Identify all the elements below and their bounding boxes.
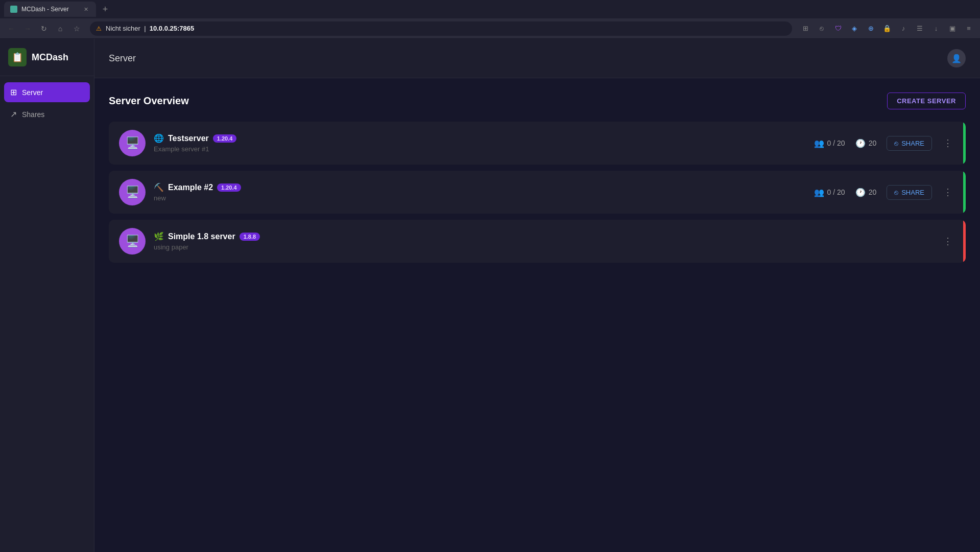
screensaver-icon[interactable]: ☰	[913, 21, 927, 36]
players-icon: 👥	[814, 139, 824, 148]
security-warning-icon: ⚠	[96, 25, 102, 32]
sidebar-item-shares-label: Shares	[22, 110, 44, 119]
players-stat: 👥 0 / 20	[814, 139, 845, 148]
tab-bar: MCDash - Server ✕ +	[0, 0, 980, 18]
server-card-testserver: 🖥️ 🌐 Testserver 1.20.4 Example server #1…	[109, 122, 966, 165]
server-avatar-icon: 🖥️	[126, 136, 139, 150]
version-badge: 1.8.8	[240, 233, 260, 241]
back-button[interactable]: ←	[4, 21, 18, 36]
players-value: 0 / 20	[827, 188, 845, 196]
wallet-icon[interactable]: ◈	[847, 21, 862, 36]
nav-icons-right: ⊞ ⎋ 🛡 ◈ ⊕ 🔒 ♪ ☰ ↓ ▣ ≡	[798, 21, 976, 36]
server-stats-testserver: 👥 0 / 20 🕐 20 ⎋ SHARE	[814, 136, 932, 151]
server-type-icon: ⛏️	[154, 182, 164, 192]
server-name: Simple 1.8 server	[168, 232, 235, 241]
logo-icon: 📋	[8, 48, 27, 66]
server-card-simple18: 🖥️ 🌿 Simple 1.8 server 1.8.8 using paper…	[109, 220, 966, 263]
tab-title: MCDash - Server	[21, 6, 78, 13]
reload-button[interactable]: ↻	[37, 21, 51, 36]
server-name-row: 🌿 Simple 1.8 server 1.8.8	[154, 232, 924, 241]
sidebar-logo: 📋 MCDash	[0, 39, 94, 76]
ram-icon: 🕐	[855, 139, 866, 148]
share-btn-label: SHARE	[901, 189, 924, 196]
brave-shield-icon[interactable]: 🛡	[831, 21, 845, 36]
sidebar-nav: ⊞ Server ↗ Shares	[0, 76, 94, 130]
server-actions-example2: ⋮	[940, 185, 955, 200]
app-layout: 📋 MCDash ⊞ Server ↗ Shares Server 👤	[0, 39, 980, 552]
server-nav-icon: ⊞	[10, 87, 17, 97]
share-button-example2[interactable]: ⎋ SHARE	[887, 185, 932, 200]
shares-nav-icon: ↗	[10, 109, 17, 119]
main-content: Server 👤 Server Overview CREATE SERVER 🖥…	[94, 39, 980, 552]
server-type-icon: 🌐	[154, 133, 164, 143]
sidebar-toggle-icon[interactable]: ▣	[945, 21, 960, 36]
shield2-icon[interactable]: 🔒	[880, 21, 894, 36]
download-icon[interactable]: ↓	[929, 21, 943, 36]
players-value: 0 / 20	[827, 139, 845, 147]
create-server-button[interactable]: CREATE SERVER	[887, 93, 966, 109]
server-info-testserver: 🌐 Testserver 1.20.4 Example server #1	[154, 133, 806, 153]
content-header: Server Overview CREATE SERVER	[109, 93, 966, 109]
tab-favicon	[10, 6, 17, 13]
avatar-icon: 👤	[951, 54, 962, 63]
vpn-icon[interactable]: ⊕	[864, 21, 878, 36]
forward-button[interactable]: →	[20, 21, 35, 36]
status-indicator-example2	[963, 171, 966, 214]
server-name: Example #2	[168, 183, 213, 192]
bookmark-button[interactable]: ☆	[69, 21, 84, 36]
server-avatar-simple18: 🖥️	[119, 228, 146, 255]
server-info-simple18: 🌿 Simple 1.8 server 1.8.8 using paper	[154, 232, 924, 251]
share-nav-icon[interactable]: ⎋	[815, 21, 829, 36]
server-stats-example2: 👥 0 / 20 🕐 20 ⎋ SHARE	[814, 185, 932, 200]
section-title: Server Overview	[109, 95, 189, 107]
more-options-button-testserver[interactable]: ⋮	[940, 135, 955, 151]
share-btn-icon: ⎋	[894, 189, 898, 196]
logo-text: MCDash	[32, 52, 68, 63]
status-indicator-testserver	[963, 122, 966, 165]
ram-value: 20	[869, 139, 877, 147]
server-description: new	[154, 194, 806, 202]
more-options-button-simple18[interactable]: ⋮	[940, 234, 955, 249]
media-icon[interactable]: ♪	[896, 21, 911, 36]
page-title: Server	[109, 53, 136, 64]
ram-icon: 🕐	[855, 188, 866, 197]
user-avatar-button[interactable]: 👤	[947, 49, 966, 67]
address-bar[interactable]: ⚠ Nicht sicher | 10.0.0.25:7865	[90, 21, 792, 36]
page-header: Server 👤	[94, 39, 980, 78]
server-avatar-testserver: 🖥️	[119, 130, 146, 156]
server-name-row: 🌐 Testserver 1.20.4	[154, 133, 806, 143]
server-info-example2: ⛏️ Example #2 1.20.4 new	[154, 182, 806, 202]
sidebar: 📋 MCDash ⊞ Server ↗ Shares	[0, 39, 94, 552]
server-avatar-icon: 🖥️	[126, 186, 139, 199]
players-stat: 👥 0 / 20	[814, 188, 845, 197]
server-name-row: ⛏️ Example #2 1.20.4	[154, 182, 806, 192]
server-actions-simple18: ⋮	[940, 234, 955, 249]
browser-tab[interactable]: MCDash - Server ✕	[4, 2, 96, 17]
menu-icon[interactable]: ≡	[962, 21, 976, 36]
more-options-button-example2[interactable]: ⋮	[940, 185, 955, 200]
server-card-example2: 🖥️ ⛏️ Example #2 1.20.4 new 👥 0 / 20	[109, 171, 966, 214]
server-avatar-icon: 🖥️	[126, 235, 139, 248]
header-right: 👤	[947, 49, 966, 67]
new-tab-button[interactable]: +	[98, 2, 112, 16]
server-type-icon: 🌿	[154, 232, 164, 241]
ram-stat: 🕐 20	[855, 139, 877, 148]
players-icon: 👥	[814, 188, 824, 197]
server-avatar-example2: 🖥️	[119, 179, 146, 205]
status-indicator-simple18	[963, 220, 966, 263]
tab-close-btn[interactable]: ✕	[82, 5, 90, 13]
browser-chrome: MCDash - Server ✕ + ← → ↻ ⌂ ☆ ⚠ Nicht si…	[0, 0, 980, 39]
version-badge: 1.20.4	[213, 134, 237, 143]
content-area: Server Overview CREATE SERVER 🖥️ 🌐 Tests…	[94, 78, 980, 552]
home-button[interactable]: ⌂	[53, 21, 67, 36]
server-description: using paper	[154, 243, 924, 251]
share-button-testserver[interactable]: ⎋ SHARE	[887, 136, 932, 151]
sidebar-item-server[interactable]: ⊞ Server	[4, 82, 90, 102]
nav-bar: ← → ↻ ⌂ ☆ ⚠ Nicht sicher | 10.0.0.25:786…	[0, 18, 980, 39]
sidebar-item-shares[interactable]: ↗ Shares	[4, 104, 90, 124]
extensions-icon[interactable]: ⊞	[798, 21, 812, 36]
address-text: Nicht sicher | 10.0.0.25:7865	[106, 25, 194, 32]
server-description: Example server #1	[154, 145, 806, 153]
ram-stat: 🕐 20	[855, 188, 877, 197]
sidebar-item-server-label: Server	[22, 88, 43, 97]
